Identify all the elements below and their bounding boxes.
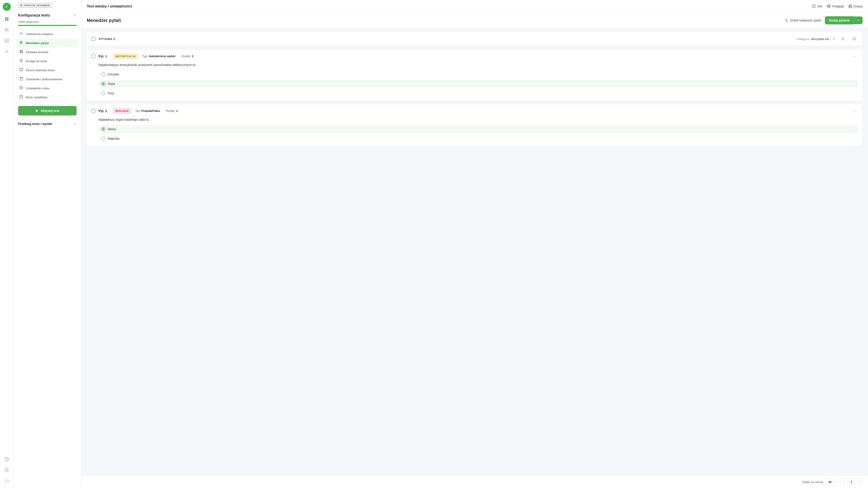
monitor-icon (20, 68, 23, 71)
question-1-points-label: Punkty (182, 55, 191, 58)
question-2-more-button[interactable]: ··· (852, 108, 858, 114)
questions-list: PYTANIA 2 Kategoria Wszystkie kat... (81, 28, 868, 150)
reorder-button[interactable]: Zmień kolejność pytań (785, 19, 821, 22)
preview-button[interactable]: Podgląd (827, 4, 844, 8)
pagination-prev-button[interactable] (840, 479, 847, 485)
svg-rect-16 (22, 50, 23, 51)
clipboard-icon (20, 77, 23, 81)
cert-icon (19, 95, 24, 99)
select-all-checkbox[interactable] (91, 37, 95, 41)
question-2-label: Pyt. 2 (98, 109, 110, 113)
sidebar-item-access[interactable]: Dostęp do testu (16, 57, 79, 65)
play-icon (35, 109, 39, 113)
svg-point-31 (829, 6, 829, 6)
sidebar-item-grading[interactable]: Ocenianie i podsumowanie (16, 75, 79, 83)
category-select[interactable]: Wszystkie kat... (811, 37, 835, 41)
sidebar-item-label-sets: Zestawy testowe (26, 51, 49, 54)
svg-point-37 (853, 37, 855, 40)
users-icon (4, 28, 9, 32)
q2-option-2-radio[interactable] (101, 136, 105, 141)
question-1-tag: MOTORYZACJA (113, 54, 138, 59)
svg-marker-25 (36, 110, 38, 112)
nav-icon-help[interactable] (2, 455, 11, 464)
question-2-points-value: 1 (176, 109, 178, 113)
svg-point-13 (22, 42, 22, 43)
chevron-down-icon (857, 19, 860, 22)
clock-icon (20, 86, 23, 90)
help-icon (4, 457, 9, 461)
sidebar: W TRAKCIE USTAWIEŃ Konfiguracja testu 10… (13, 0, 81, 488)
chevron-left-icon (842, 481, 845, 483)
question-2-option-1[interactable]: Skóra (98, 125, 858, 133)
svg-point-8 (21, 33, 22, 34)
question-1-header: Pyt. 1 MOTORYZACJA Typ Jednokrotny wybór… (87, 50, 863, 63)
per-page-label: Pytań na stronę (802, 480, 823, 484)
sidebar-item-settings[interactable]: Ustawienia wstępne (16, 30, 79, 38)
status-badge: W TRAKCIE USTAWIEŃ (18, 3, 52, 8)
add-question-dropdown-button[interactable] (854, 17, 863, 24)
q2-option-1-radio[interactable] (101, 127, 105, 131)
progress-section: 100% ukończono (13, 20, 81, 29)
search-button[interactable] (850, 35, 858, 43)
sidebar-item-time[interactable]: Ustawienia czasu (16, 84, 79, 92)
questions-table-header: PYTANIA 2 Kategoria Wszystkie kat... (87, 32, 863, 46)
question-1-checkbox[interactable] (91, 54, 95, 58)
option-1-radio[interactable] (101, 72, 105, 77)
question-2-type: Typ Prawda/Fałsz (135, 109, 160, 113)
per-page-value: 30 (829, 480, 832, 484)
logo-checkmark-icon: ✓ (5, 4, 8, 9)
sidebar-bottom-section: Przebieg testu i wyniki (13, 119, 81, 128)
nav-icon-users[interactable] (2, 25, 11, 34)
content-area: PYTANIA 2 Kategoria Wszystkie kat... (81, 28, 868, 476)
question-2-option-2[interactable]: Wątroba (98, 135, 858, 143)
column-settings-button[interactable] (839, 35, 847, 43)
question-2-points-label: Punkty (166, 109, 175, 113)
sidebar-item-label-access: Dostęp do testu (26, 59, 47, 63)
chevron-up-icon (73, 13, 76, 17)
option-2-radio[interactable] (101, 82, 105, 86)
option-3-radio[interactable] (101, 91, 105, 95)
nav-icon-expand[interactable] (2, 476, 11, 485)
question-1-type-label: Typ (143, 55, 147, 58)
sets-icon (19, 50, 24, 54)
sidebar-item-questions[interactable]: Menedżer pytań (16, 39, 79, 47)
add-question-button[interactable]: Dodaj pytanie (825, 16, 854, 24)
question-1-more-button[interactable]: ··· (852, 53, 858, 59)
questions-icon (19, 41, 24, 45)
settings-wstepne-icon (19, 32, 24, 36)
info-button[interactable]: Info (812, 4, 822, 8)
sidebar-item-sets[interactable]: Zestawy testowe (16, 48, 79, 56)
activate-test-button[interactable]: Aktywuj test (18, 106, 76, 116)
nav-icon-settings[interactable] (2, 47, 11, 56)
nav-icon-analytics[interactable] (2, 36, 11, 45)
progress-bar-fill (18, 25, 76, 26)
per-page-select[interactable]: 30 (826, 479, 838, 485)
sidebar-collapse-button[interactable] (73, 13, 76, 18)
nav-icon-notifications[interactable] (2, 465, 11, 475)
question-1-label: Pyt. 1 (98, 55, 110, 58)
column-settings-icon (841, 37, 845, 41)
question-2-checkbox[interactable] (91, 109, 95, 113)
category-value: Wszystkie kat... (811, 37, 831, 41)
print-button[interactable]: Drukuj (848, 4, 863, 8)
sidebar-item-cert[interactable]: Wzór certyfikatu (16, 93, 79, 101)
svg-point-7 (5, 457, 8, 461)
svg-rect-3 (7, 19, 8, 21)
svg-rect-5 (5, 39, 8, 42)
svg-rect-19 (20, 60, 22, 62)
question-1-option-2[interactable]: Tesla (98, 80, 858, 88)
question-1-option-3[interactable]: Ford (98, 90, 858, 97)
sidebar-item-label-cert: Wzór certyfikatu (26, 96, 48, 99)
sidebar-item-start-page[interactable]: Strona startowa testu (16, 66, 79, 74)
questions-manager-actions: Zmień kolejność pytań Dodaj pytanie (785, 16, 863, 24)
question-card-2: Pyt. 2 BIOLOGIA Typ Prawda/Fałsz Punkty … (87, 104, 863, 146)
nav-icon-dashboard[interactable] (2, 14, 11, 24)
sidebar-bottom-header[interactable]: Przebieg testu i wyniki (18, 122, 76, 126)
pagination-next-button[interactable] (856, 479, 863, 485)
svg-point-12 (20, 41, 21, 42)
app-logo[interactable]: ✓ (3, 3, 11, 11)
pagination-current-page[interactable]: 1 (848, 479, 855, 485)
option-2-text: Tesla (107, 82, 115, 86)
question-1-option-1[interactable]: Chrysler (98, 70, 858, 78)
question-1-points: Punkty 1 (182, 55, 193, 58)
